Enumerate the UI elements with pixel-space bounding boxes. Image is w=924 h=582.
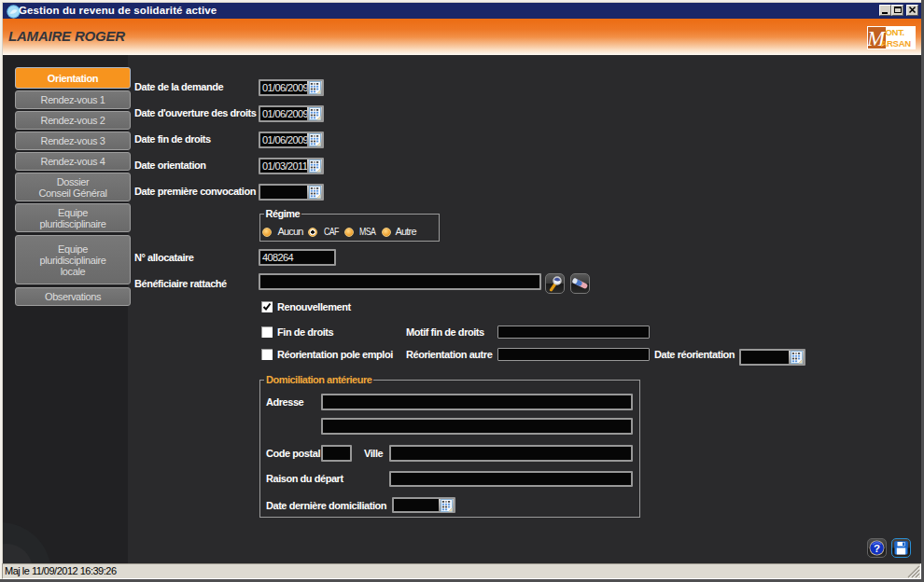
svg-text:?: ? [874, 543, 880, 554]
svg-text:ONT.: ONT. [886, 27, 904, 37]
svg-text:ARSAN: ARSAN [881, 38, 912, 48]
